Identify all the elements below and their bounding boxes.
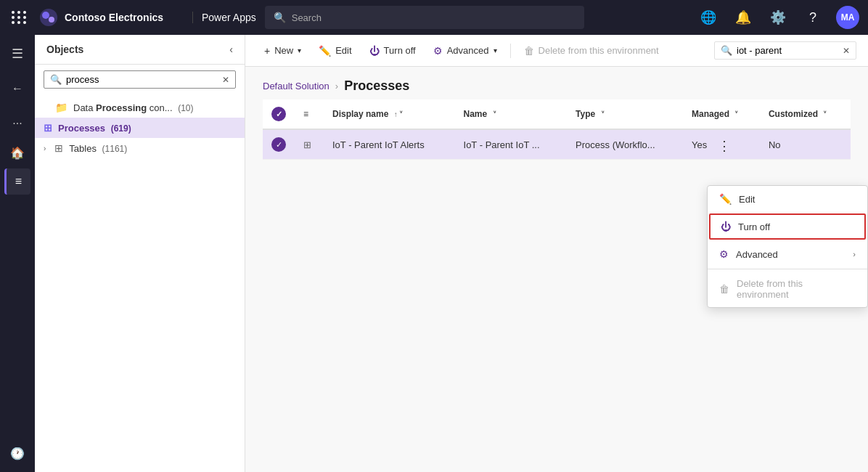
row-more-button[interactable]: ⋮ bbox=[716, 137, 733, 155]
app-name: Power Apps bbox=[192, 12, 256, 23]
command-search-input[interactable] bbox=[737, 45, 838, 56]
name-value: IoT - Parent IoT ... bbox=[464, 139, 540, 150]
objects-search-icon: 🔍 bbox=[50, 74, 62, 85]
history-icon[interactable]: 🕐 bbox=[4, 440, 30, 466]
power-icon: ⏻ bbox=[369, 45, 380, 57]
objects-panel-header: Objects ‹ bbox=[35, 35, 245, 65]
context-menu-delete-label: Delete from this environment bbox=[737, 278, 856, 300]
type-header[interactable]: Type ˅ bbox=[567, 99, 683, 129]
left-icon-sidebar: ☰ ← ··· 🏠 ≡ 🕐 bbox=[0, 35, 35, 472]
submenu-chevron-icon: › bbox=[853, 250, 856, 259]
sort-icon-header[interactable]: ≡ bbox=[295, 99, 324, 129]
objects-search-clear-button[interactable]: ✕ bbox=[222, 75, 229, 85]
edit-label: Edit bbox=[335, 45, 351, 56]
home-icon[interactable]: 🏠 bbox=[4, 139, 30, 166]
display-name-cell: IoT - Parent IoT Alerts bbox=[324, 129, 455, 160]
back-icon[interactable]: ← bbox=[4, 76, 30, 102]
edit-button[interactable]: ✏️ Edit bbox=[311, 41, 359, 61]
context-menu-edit[interactable]: ✏️ Edit bbox=[708, 186, 867, 212]
svg-point-1 bbox=[42, 12, 49, 19]
edit-context-icon: ✏️ bbox=[719, 193, 732, 205]
delete-icon: 🗑 bbox=[524, 45, 534, 57]
top-navigation: Contoso Electronics Power Apps 🔍 🌐 🔔 ⚙️ … bbox=[0, 0, 868, 35]
table-row[interactable]: ✓ ⊞ IoT - Parent IoT Alerts IoT - Parent… bbox=[263, 129, 851, 160]
notifications-icon[interactable]: 🔔 bbox=[732, 6, 755, 29]
more-icon[interactable]: ··· bbox=[4, 110, 30, 137]
objects-icon[interactable]: ≡ bbox=[4, 168, 30, 195]
context-menu-turn-off[interactable]: ⏻ Turn off bbox=[709, 213, 866, 240]
advanced-context-icon: ⚙ bbox=[719, 248, 729, 260]
apps-grid-icon[interactable] bbox=[9, 8, 30, 27]
collapse-panel-button[interactable]: ‹ bbox=[229, 44, 233, 55]
name-header[interactable]: Name ˅ bbox=[455, 99, 568, 129]
sidebar-item-processes[interactable]: ⊞ Processes (619) bbox=[35, 118, 245, 138]
command-search-close-button[interactable]: ✕ bbox=[843, 46, 850, 56]
new-button[interactable]: + New ▾ bbox=[257, 41, 308, 61]
command-bar: + New ▾ ✏️ Edit ⏻ Turn off ⚙ Advanced ▾ … bbox=[245, 35, 868, 67]
brand-logo: Contoso Electronics bbox=[38, 7, 184, 28]
context-menu-delete[interactable]: 🗑 Delete from this environment bbox=[708, 271, 867, 307]
help-icon[interactable]: ? bbox=[801, 6, 824, 29]
power-context-icon: ⏻ bbox=[721, 221, 731, 232]
settings-icon[interactable]: ⚙️ bbox=[766, 6, 790, 29]
advanced-button[interactable]: ⚙ Advanced ▾ bbox=[426, 41, 504, 61]
breadcrumb-current: Processes bbox=[344, 78, 409, 94]
objects-search-input[interactable] bbox=[66, 74, 218, 85]
new-label: New bbox=[274, 45, 293, 56]
managed-value: Yes bbox=[692, 139, 707, 150]
objects-search-box[interactable]: 🔍 ✕ bbox=[44, 70, 236, 89]
edit-icon: ✏️ bbox=[319, 45, 331, 57]
turn-off-label: Turn off bbox=[384, 45, 416, 56]
contoso-logo bbox=[38, 7, 59, 28]
brand-name: Contoso Electronics bbox=[65, 12, 163, 23]
delete-context-icon: 🗑 bbox=[719, 283, 729, 295]
context-menu-advanced[interactable]: ⚙ Advanced › bbox=[708, 241, 867, 267]
type-value: Process (Workflo... bbox=[576, 139, 655, 150]
type-cell: Process (Workflo... bbox=[567, 129, 683, 160]
folder-icon: 📁 bbox=[55, 102, 67, 113]
collapse-nav-icon[interactable]: ☰ bbox=[4, 41, 30, 67]
delete-button[interactable]: 🗑 Delete from this environment bbox=[517, 41, 666, 61]
breadcrumb-separator: › bbox=[335, 81, 338, 91]
sidebar-item-label: Data Processing con... (10) bbox=[73, 102, 194, 113]
advanced-chevron-icon: ▾ bbox=[494, 46, 497, 54]
context-menu-advanced-label: Advanced bbox=[736, 249, 778, 260]
topnav-icons: 🌐 🔔 ⚙️ ? MA bbox=[697, 6, 859, 29]
row-checkbox-cell[interactable]: ✓ bbox=[263, 129, 295, 160]
new-chevron-icon: ▾ bbox=[298, 46, 301, 54]
select-all-checkbox[interactable]: ✓ bbox=[271, 107, 286, 121]
sidebar-item-data-processing[interactable]: 📁 Data Processing con... (10) bbox=[35, 97, 245, 118]
breadcrumb-parent[interactable]: Default Solution bbox=[263, 81, 329, 91]
list-view-icon: ≡ bbox=[303, 109, 308, 119]
plus-icon: + bbox=[264, 45, 270, 57]
context-menu-edit-label: Edit bbox=[739, 194, 755, 205]
managed-header[interactable]: Managed ˅ bbox=[683, 99, 760, 129]
advanced-icon: ⚙ bbox=[433, 45, 443, 57]
customized-cell: No bbox=[760, 129, 851, 160]
customized-header[interactable]: Customized ˅ bbox=[760, 99, 851, 129]
display-name-header[interactable]: Display name ↑ ˅ bbox=[324, 99, 455, 129]
workflow-icon: ⊞ bbox=[303, 139, 311, 150]
context-menu-turn-off-label: Turn off bbox=[738, 221, 770, 232]
context-menu: ✏️ Edit ⏻ Turn off ⚙ Advanced › 🗑 Delete… bbox=[707, 185, 868, 308]
customized-value: No bbox=[769, 139, 781, 150]
expand-icon: › bbox=[44, 145, 46, 152]
turn-off-button[interactable]: ⏻ Turn off bbox=[362, 41, 423, 61]
user-avatar[interactable]: MA bbox=[836, 6, 859, 29]
row-checkbox[interactable]: ✓ bbox=[271, 137, 286, 152]
sidebar-item-tables[interactable]: › ⊞ Tables (1161) bbox=[35, 138, 245, 158]
global-search-input[interactable] bbox=[292, 12, 576, 23]
select-all-header[interactable]: ✓ bbox=[263, 99, 295, 129]
display-name-value: IoT - Parent IoT Alerts bbox=[332, 139, 425, 150]
global-search-box[interactable]: 🔍 bbox=[265, 6, 584, 29]
objects-tree: 📁 Data Processing con... (10) ⊞ Processe… bbox=[35, 94, 245, 472]
search-icon: 🔍 bbox=[274, 12, 286, 23]
environment-icon[interactable]: 🌐 bbox=[697, 6, 720, 29]
sidebar-item-label: Processes (619) bbox=[58, 123, 131, 134]
command-search-box[interactable]: 🔍 ✕ bbox=[714, 41, 856, 60]
sidebar-item-label: Tables (1161) bbox=[69, 143, 127, 154]
processes-icon: ⊞ bbox=[44, 122, 52, 134]
name-cell: IoT - Parent IoT ... bbox=[455, 129, 568, 160]
tables-icon: ⊞ bbox=[54, 142, 63, 154]
processes-table: ✓ ≡ Display name ↑ ˅ Name ˅ Type ˅ bbox=[263, 99, 851, 160]
